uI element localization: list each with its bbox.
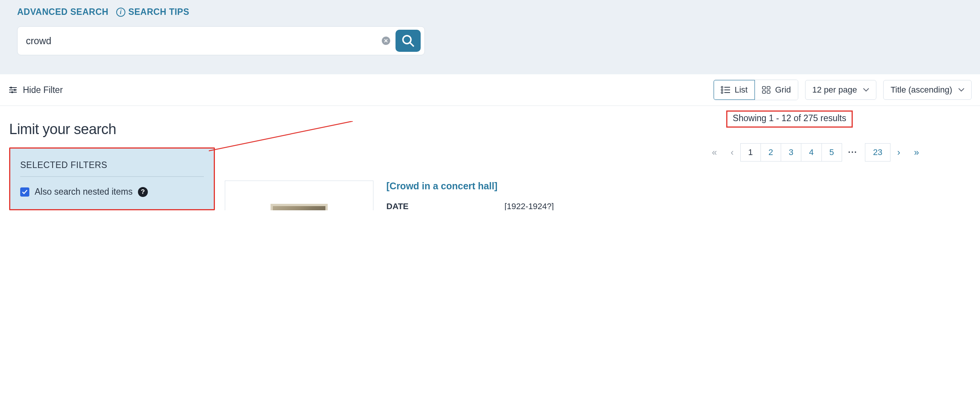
- view-toggle: List Grid: [713, 80, 798, 100]
- svg-point-10: [721, 89, 723, 91]
- thumbnail-image: [271, 204, 328, 210]
- results-toolbar: Hide Filter List Grid 12 per pa: [0, 74, 980, 106]
- search-icon: [401, 34, 415, 48]
- check-icon: [22, 189, 28, 195]
- nested-items-row: Also search nested items ?: [20, 187, 204, 197]
- filter-icon: [8, 86, 18, 94]
- svg-point-12: [721, 92, 723, 93]
- meta-key-date: DATE: [386, 202, 504, 210]
- search-bar: ✕: [17, 26, 425, 55]
- pagination-page-2[interactable]: 2: [761, 143, 781, 162]
- svg-point-7: [11, 91, 13, 93]
- nested-items-label: Also search nested items: [35, 187, 133, 197]
- pagination-page-last[interactable]: 23: [865, 143, 890, 162]
- header-links: ADVANCED SEARCH i SEARCH TIPS: [17, 7, 963, 17]
- sort-dropdown[interactable]: Title (ascending): [883, 80, 972, 100]
- pagination-page-1[interactable]: 1: [740, 143, 761, 162]
- search-input[interactable]: [26, 35, 382, 46]
- result-title-link[interactable]: [Crowd in a concert hall]: [386, 181, 971, 192]
- svg-line-1: [410, 43, 414, 46]
- svg-rect-16: [762, 91, 765, 93]
- pagination-prev[interactable]: ‹: [724, 144, 741, 161]
- divider: [20, 176, 204, 177]
- per-page-label: 12 per page: [812, 85, 857, 95]
- per-page-dropdown[interactable]: 12 per page: [805, 80, 876, 100]
- svg-rect-14: [762, 86, 765, 89]
- svg-point-8: [721, 86, 723, 88]
- grid-view-label: Grid: [775, 85, 791, 95]
- search-tips-label: SEARCH TIPS: [128, 7, 189, 17]
- svg-rect-15: [767, 86, 770, 89]
- main-area: Limit your search SELECTED FILTERS Also …: [0, 106, 980, 210]
- result-meta: [Crowd in a concert hall] DATE [1922-192…: [386, 181, 971, 210]
- chevron-down-icon: [958, 88, 964, 92]
- grid-view-button[interactable]: Grid: [755, 80, 798, 100]
- hide-filter-button[interactable]: Hide Filter: [8, 85, 63, 95]
- grid-icon: [762, 86, 771, 94]
- pagination: « ‹ 1 2 3 4 5 ··· 23 › »: [705, 143, 926, 162]
- selected-filters-heading: SELECTED FILTERS: [20, 160, 204, 170]
- hide-filter-label: Hide Filter: [23, 85, 63, 95]
- results-count: Showing 1 - 12 of 275 results: [733, 113, 846, 123]
- info-icon: i: [116, 8, 125, 17]
- meta-row-date: DATE [1922-1924?]: [386, 202, 971, 210]
- pagination-page-4[interactable]: 4: [801, 143, 821, 162]
- list-view-label: List: [735, 85, 748, 95]
- result-item: [Crowd in a concert hall] DATE [1922-192…: [225, 181, 971, 210]
- advanced-search-link[interactable]: ADVANCED SEARCH: [17, 7, 109, 17]
- pagination-first[interactable]: «: [705, 144, 724, 161]
- pagination-last[interactable]: »: [907, 144, 926, 161]
- help-icon[interactable]: ?: [138, 187, 148, 197]
- pagination-ellipsis: ···: [842, 144, 863, 161]
- list-icon: [721, 86, 731, 94]
- svg-point-0: [403, 36, 411, 44]
- pagination-next[interactable]: ›: [890, 144, 907, 161]
- nested-items-checkbox[interactable]: [20, 187, 29, 197]
- pagination-page-5[interactable]: 5: [821, 143, 842, 162]
- result-thumbnail[interactable]: [225, 181, 373, 210]
- pagination-page-3[interactable]: 3: [781, 143, 801, 162]
- chevron-down-icon: [863, 88, 869, 92]
- selected-filters-panel: SELECTED FILTERS Also search nested item…: [9, 147, 215, 210]
- results-count-box: Showing 1 - 12 of 275 results: [726, 110, 853, 128]
- search-header: ADVANCED SEARCH i SEARCH TIPS ✕: [0, 0, 980, 74]
- clear-icon[interactable]: ✕: [382, 37, 390, 45]
- svg-point-3: [10, 87, 12, 89]
- search-button[interactable]: [396, 30, 421, 52]
- list-view-button[interactable]: List: [713, 80, 755, 100]
- sort-label: Title (ascending): [890, 85, 952, 95]
- search-tips-link[interactable]: i SEARCH TIPS: [116, 7, 189, 17]
- svg-point-5: [14, 89, 16, 91]
- svg-rect-17: [767, 91, 770, 93]
- meta-val-date: [1922-1924?]: [504, 202, 554, 210]
